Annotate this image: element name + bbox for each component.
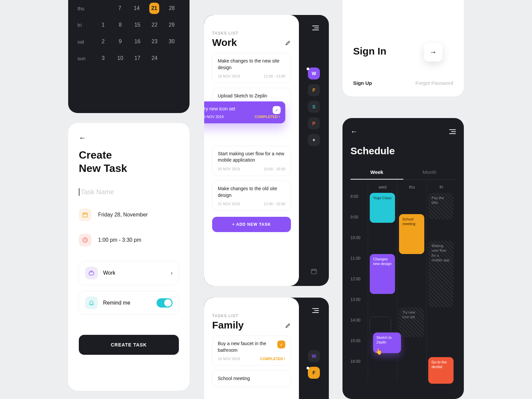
tasks-sidebar: W F S P + [299,15,329,286]
signin-card: Sign In → Sign Up Forgot Password [342,0,464,96]
tasks-sidebar: W F [299,298,329,399]
edit-icon[interactable] [285,37,291,48]
time-label: 16:00 [350,359,360,364]
cal-cell[interactable]: 7 [111,5,128,11]
tasks-panel: TASKS LIST Family Buy a new faucet in th… [204,298,299,399]
add-task-button[interactable]: + ADD NEW TASK [212,217,291,232]
menu-icon[interactable] [299,304,329,317]
cal-cell[interactable]: 8 [112,22,129,28]
create-task-card: ← CreateNew Task Task Name Friday 28, No… [68,123,190,391]
time-label: 15:00 [350,338,360,343]
time-value: 1:00 pm - 3:30 pm [98,237,141,243]
task-item[interactable]: School meeting [212,370,291,387]
signin-arrow-button[interactable]: → [424,43,443,62]
day-header: fri [427,180,456,194]
menu-icon[interactable] [449,129,456,134]
cal-cell[interactable]: 28 [163,5,180,11]
time-label: 12:00 [350,277,360,281]
add-category-button[interactable]: + [308,134,320,146]
time-label: 10:00 [350,235,360,240]
schedule-grid: 8:00 9:00 10:00 11:00 12:00 13:00 14:00 … [350,194,456,380]
calendar-icon[interactable] [311,268,317,276]
category-badge-p[interactable]: P [308,117,320,129]
schedule-title: Schedule [350,145,456,157]
back-arrow-icon[interactable]: ← [350,127,358,136]
cal-cell[interactable]: 30 [163,39,181,45]
cal-cell[interactable]: 23 [146,39,163,45]
category-badge-family[interactable]: F [308,84,320,96]
cal-cell[interactable]: 2 [95,39,112,45]
remind-label: Remind me [103,300,130,306]
remind-toggle[interactable] [157,298,173,308]
event-bills[interactable]: Pay the bills [428,193,454,219]
task-item[interactable]: Make changes to the old site design21 NO… [212,181,291,211]
cal-cell[interactable]: 29 [163,22,181,28]
tab-week[interactable]: Week [350,165,403,180]
event-changes[interactable]: Changes new design [370,254,395,294]
task-item[interactable]: Buy a new faucet in the bathroom✓ 16 NOV… [212,335,291,366]
category-badge-work[interactable]: W [308,67,320,79]
task-item[interactable]: Start making user flow for a new mobile … [212,146,291,176]
chevron-right-icon: › [171,270,173,276]
svg-rect-3 [312,269,317,274]
date-value: Friday 28, November [98,212,148,218]
cal-cell[interactable]: 9 [112,39,129,45]
list-title: Work [212,37,291,48]
cal-cell[interactable]: 10 [112,55,129,61]
cal-cell[interactable]: 22 [146,22,163,28]
event-dentist[interactable]: Go to the dentist [428,357,454,384]
cal-cell[interactable]: 1 [95,22,112,28]
category-badge-family[interactable]: F [308,367,320,379]
time-label: 13:00 [350,297,360,302]
day-label: thu [77,6,94,11]
calendar-card: wed6132027 thu7142128 fri18152229 sat291… [68,0,190,113]
day-header: wed [368,180,397,194]
task-item[interactable]: Make changes to the new site design18 NO… [212,53,291,83]
category-option[interactable]: Work › [79,261,179,285]
page-title: CreateNew Task [79,148,179,175]
cal-cell[interactable]: 24 [146,55,163,61]
event-try[interactable]: Try new icon set [399,307,424,337]
event-school[interactable]: School meeting [399,214,424,254]
cal-cell[interactable]: 16 [129,39,146,45]
bell-icon [85,297,98,309]
category-badge-work[interactable]: W [308,350,320,362]
time-row[interactable]: 1:00 pm - 3:30 pm [79,234,179,246]
clock-icon [79,234,91,246]
time-label: 14:00 [350,318,360,323]
event-yoga[interactable]: Yoga Class [370,193,395,223]
cal-cell-selected[interactable]: 21 [149,3,160,14]
task-item-completed[interactable]: Try new icon set ✓ 19 NOV 2019COMPLETED … [204,101,285,123]
family-tasks-card: TASKS LIST Family Buy a new faucet in th… [204,298,329,399]
category-label: Work [103,270,115,276]
forgot-password-link[interactable]: Forgot Password [416,80,453,86]
back-arrow-icon[interactable]: ← [79,134,179,142]
list-label: TASKS LIST [212,31,291,36]
active-dot-icon [307,67,309,70]
svg-rect-0 [83,213,87,217]
menu-icon[interactable] [299,22,329,34]
cal-cell[interactable]: 14 [128,5,145,11]
cal-cell[interactable]: 17 [129,55,146,61]
category-badge-s[interactable]: S [308,101,320,113]
edit-icon[interactable] [285,320,291,331]
tasks-panel: TASKS LIST Work Make changes to the new … [204,15,299,286]
task-name-input[interactable]: Task Name [79,188,179,196]
time-label: 11:00 [350,256,360,261]
day-label: fri [77,22,95,28]
work-tasks-card: TASKS LIST Work Make changes to the new … [204,15,329,286]
briefcase-icon [85,267,98,279]
check-icon: ✓ [277,340,285,348]
check-icon: ✓ [273,106,281,114]
cal-cell[interactable]: 15 [129,22,146,28]
active-dot-icon [307,367,309,369]
tab-month[interactable]: Month [403,165,456,180]
cursor-icon: 👆 [375,348,382,355]
date-row[interactable]: Friday 28, November [79,208,179,221]
list-label: TASKS LIST [212,314,291,318]
cal-cell[interactable]: 3 [95,55,112,61]
signup-link[interactable]: Sign Up [353,80,372,86]
create-task-button[interactable]: CREATE TASK [79,335,179,355]
day-label: sun [77,56,95,61]
event-flow[interactable]: Making user flow for a mobile app [428,241,454,307]
